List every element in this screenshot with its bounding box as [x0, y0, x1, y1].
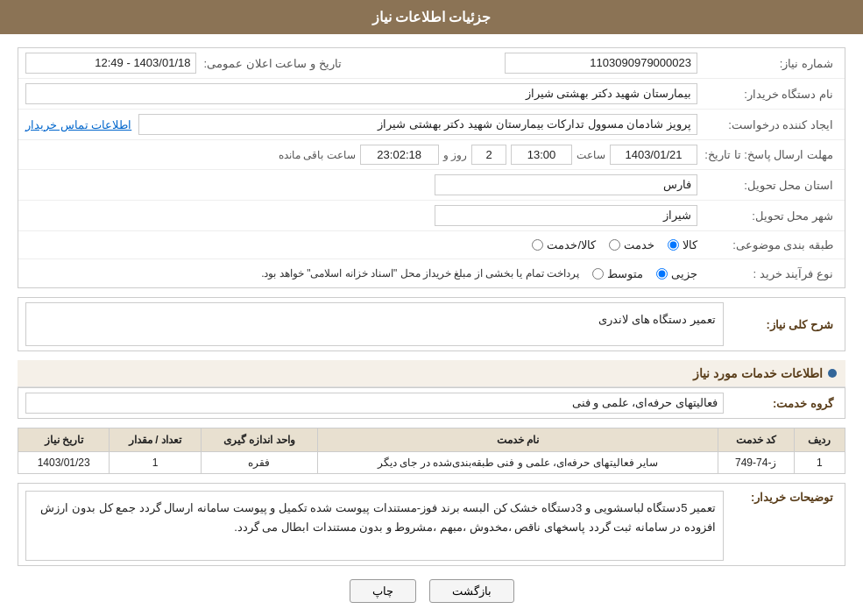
- category-row: طبقه بندی موضوعی: کالا/خدمت خدمت کالا: [18, 231, 845, 259]
- contact-link[interactable]: اطلاعات تماس خریدار: [25, 118, 131, 131]
- col-quantity: تعداد / مقدار: [110, 428, 201, 452]
- cell-quantity: 1: [110, 452, 201, 474]
- col-unit: واحد اندازه گیری: [201, 428, 318, 452]
- time-row: 1403/01/21 ساعت 13:00 2 روز و 23:02:18 س…: [25, 145, 697, 165]
- main-info-section: شماره نیاز: 1103090979000023 تاریخ و ساع…: [18, 47, 845, 288]
- buyer-org-value: بیمارستان شهید دکتر بهشتی شیراز: [25, 83, 697, 104]
- creator-row: ایجاد کننده درخواست: پرویز شادمان مسوول …: [18, 110, 845, 140]
- services-table-section: ردیف کد خدمت نام خدمت واحد اندازه گیری ت…: [18, 428, 845, 474]
- services-section-header: اطلاعات خدمات مورد نیاز: [18, 360, 845, 387]
- cell-service-name: سایر فعالیتهای حرفه‌ای، علمی و فنی طبقه‌…: [318, 452, 718, 474]
- buyer-desc-value: تعمیر 5دستگاه لباسشویی و 3دستگاه خشک کن …: [25, 491, 724, 561]
- need-number-value: 1103090979000023: [505, 53, 697, 74]
- page-header: جزئیات اطلاعات نیاز: [0, 0, 863, 34]
- category-radio-group: کالا/خدمت خدمت کالا: [532, 238, 697, 251]
- creator-label: ایجاد کننده درخواست:: [697, 118, 838, 131]
- purchase-type-jozi[interactable]: جزیی: [656, 267, 697, 280]
- service-group-value: فعالیتهای حرفه‌ای، علمی و فنی: [25, 393, 724, 414]
- city-row: شهر محل تحویل: شیراز: [18, 201, 845, 231]
- response-remaining-label: ساعت باقی مانده: [279, 149, 356, 161]
- page-title: جزئیات اطلاعات نیاز: [372, 10, 492, 25]
- response-time-label: ساعت: [577, 149, 605, 161]
- need-desc-value: تعمیر دستگاه های لاندری: [25, 302, 724, 346]
- city-label: شهر محل تحویل:: [697, 209, 838, 223]
- province-row: استان محل تحویل: فارس: [18, 170, 845, 201]
- table-header-row: ردیف کد خدمت نام خدمت واحد اندازه گیری ت…: [18, 428, 845, 452]
- blue-dot-icon: [828, 369, 837, 378]
- response-deadline-label: مهلت ارسال پاسخ: تا تاریخ:: [697, 148, 838, 161]
- creator-value: پرویز شادمان مسوول تدارکات بیمارستان شهی…: [138, 114, 697, 135]
- services-table: ردیف کد خدمت نام خدمت واحد اندازه گیری ت…: [18, 428, 845, 474]
- service-group-row: گروه خدمت: فعالیتهای حرفه‌ای، علمی و فنی: [18, 387, 845, 419]
- print-button[interactable]: چاپ: [350, 579, 416, 603]
- response-date: 1403/01/21: [610, 145, 697, 165]
- cell-unit: فقره: [201, 452, 318, 474]
- buyer-org-row: نام دستگاه خریدار: بیمارستان شهید دکتر ب…: [18, 79, 845, 110]
- purchase-type-motavaset[interactable]: متوسط: [592, 267, 643, 280]
- need-number-label: شماره نیاز:: [697, 57, 838, 70]
- response-days: 2: [471, 145, 506, 165]
- response-days-label: روز و: [443, 149, 467, 161]
- province-value: فارس: [435, 174, 697, 195]
- response-remaining: 23:02:18: [360, 145, 439, 165]
- purchase-type-label: نوع فرآیند خرید :: [697, 267, 838, 280]
- buyer-desc-area: تعمیر 5دستگاه لباسشویی و 3دستگاه خشک کن …: [25, 491, 724, 561]
- response-time: 13:00: [511, 145, 572, 165]
- category-option-kala-khedmat[interactable]: کالا/خدمت: [532, 238, 596, 251]
- service-group-label: گروه خدمت:: [724, 397, 838, 410]
- services-header-title: اطلاعات خدمات مورد نیاز: [693, 366, 823, 380]
- buyer-org-label: نام دستگاه خریدار:: [697, 88, 838, 101]
- col-service-code: کد خدمت: [718, 428, 794, 452]
- back-button[interactable]: بازگشت: [429, 579, 514, 603]
- province-label: استان محل تحویل:: [697, 179, 838, 192]
- buyer-desc-row: توضیحات خریدار: تعمیر 5دستگاه لباسشویی و…: [18, 483, 845, 566]
- purchase-type-row: نوع فرآیند خرید : متوسط جزیی پرداخت تمام…: [18, 259, 845, 287]
- col-service-name: نام خدمت: [318, 428, 718, 452]
- col-row-num: ردیف: [794, 428, 845, 452]
- category-option-kala[interactable]: کالا: [668, 238, 697, 251]
- action-buttons: بازگشت چاپ: [18, 579, 845, 616]
- announce-date-value: 1403/01/18 - 12:49: [25, 53, 196, 74]
- announce-date-label: تاریخ و ساعت اعلان عمومی:: [196, 57, 345, 70]
- cell-date: 1403/01/23: [18, 452, 110, 474]
- buyer-desc-label: توضیحات خریدار:: [724, 491, 838, 504]
- need-desc-row: شرح کلی نیاز: تعمیر دستگاه های لاندری: [18, 297, 845, 351]
- col-date: تاریخ نیاز: [18, 428, 110, 452]
- purchase-type-radio-group: متوسط جزیی: [592, 267, 697, 280]
- need-desc-area: تعمیر دستگاه های لاندری: [25, 302, 724, 346]
- purchase-type-note: پرداخت تمام یا بخشی از مبلغ خریداز محل "…: [25, 267, 579, 280]
- cell-service-code: ز-74-749: [718, 452, 794, 474]
- table-row: 1 ز-74-749 سایر فعالیتهای حرفه‌ای، علمی …: [18, 452, 845, 474]
- category-option-khedmat[interactable]: خدمت: [609, 238, 654, 251]
- city-value: شیراز: [435, 205, 697, 226]
- category-label: طبقه بندی موضوعی:: [697, 238, 838, 251]
- need-number-row: شماره نیاز: 1103090979000023 تاریخ و ساع…: [18, 48, 845, 79]
- cell-row-num: 1: [794, 452, 845, 474]
- need-desc-label: شرح کلی نیاز:: [724, 318, 838, 331]
- response-deadline-row: مهلت ارسال پاسخ: تا تاریخ: 1403/01/21 سا…: [18, 140, 845, 170]
